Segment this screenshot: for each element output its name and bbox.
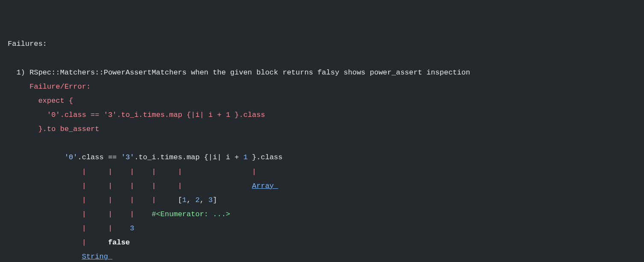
assert-string-link[interactable]: String	[82, 253, 112, 261]
arr-1: 1	[182, 196, 186, 204]
assert-three: 3	[130, 224, 134, 232]
assert-pipes-3: | | | |	[82, 196, 177, 204]
code-close: }.to be_assert	[38, 125, 99, 133]
assert-expr-s3: '3'	[117, 153, 134, 161]
arr-c2: ,	[200, 196, 208, 204]
arr-open: [	[178, 196, 182, 204]
arr-2: 2	[195, 196, 200, 204]
item-number: 1)	[8, 68, 30, 77]
assert-expr-one: 1	[243, 153, 248, 161]
arr-3: 3	[208, 196, 213, 204]
assert-pipes-2: | | | | |	[82, 182, 252, 190]
assert-false: false	[108, 238, 130, 247]
code-class: .class	[60, 111, 90, 119]
assert-pipes-5: | |	[82, 224, 130, 232]
code-one: 1	[226, 111, 230, 119]
code-tail: }.class	[230, 111, 265, 119]
assert-pipes-4: | | |	[82, 210, 151, 218]
code-chain: .to_i.times.map {|i| i +	[117, 111, 226, 119]
assert-expr-op: ==	[108, 153, 117, 161]
assert-expr-mid1: .class	[77, 153, 108, 161]
assert-expr-pre: '0'	[65, 153, 78, 161]
assert-enum: #<Enumerator: ...>	[152, 210, 230, 218]
assert-expr-tail: }.class	[248, 153, 283, 161]
code-str0: '0'	[47, 111, 60, 119]
assert-pipes-6: |	[82, 238, 108, 247]
failure-error-label: Failure/Error:	[30, 83, 91, 91]
code-str3: '3'	[99, 111, 117, 119]
arr-c1: ,	[186, 196, 195, 204]
arr-close: ]	[213, 196, 217, 204]
failures-header: Failures:	[8, 40, 47, 48]
assert-pipes-1: | | | | | |	[82, 168, 256, 176]
item-desc: RSpec::Matchers::PowerAssertMatchers whe…	[30, 68, 470, 77]
code-op: ==	[91, 111, 99, 119]
assert-array-link[interactable]: Array	[252, 182, 278, 190]
assert-expr-chain: .to_i.times.map {|i| i +	[134, 153, 243, 161]
code-expect: expect {	[38, 97, 73, 105]
